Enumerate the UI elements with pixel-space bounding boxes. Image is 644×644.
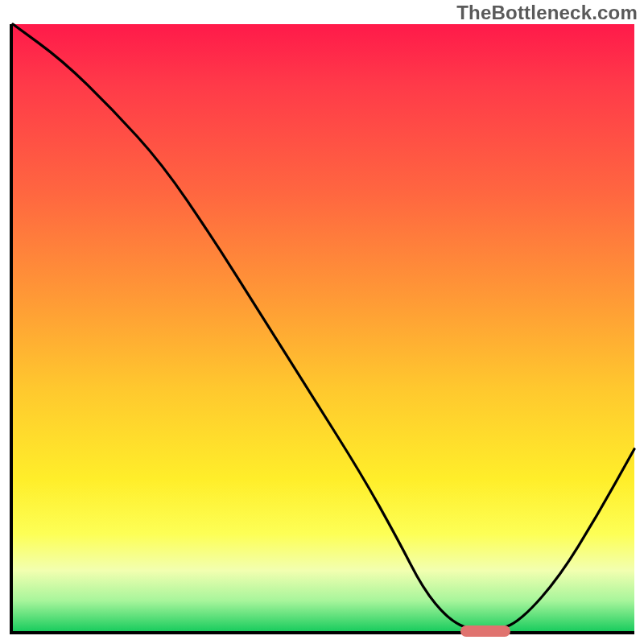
- optimum-marker: [460, 625, 510, 637]
- bottleneck-chart: TheBottleneck.com: [0, 0, 644, 644]
- watermark-text: TheBottleneck.com: [456, 2, 638, 24]
- plot-area: [10, 24, 634, 634]
- curve-path: [13, 24, 634, 631]
- bottleneck-curve: [13, 24, 634, 631]
